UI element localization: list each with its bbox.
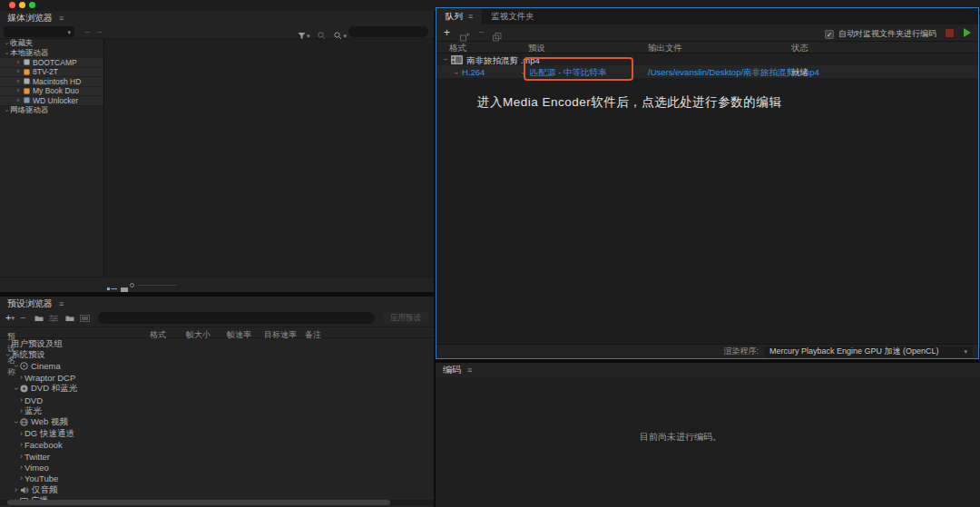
chevron-right-icon[interactable] <box>18 474 24 483</box>
preset-item[interactable]: DVD <box>0 395 434 405</box>
preset-item[interactable]: DG 快速通道 <box>0 428 434 439</box>
forward-arrow-icon[interactable]: → <box>95 26 103 35</box>
preset-item[interactable]: YouTube <box>0 473 434 484</box>
chevron-down-icon[interactable] <box>3 41 10 46</box>
encoding-content: 目前尚未进行编码。 <box>436 377 980 507</box>
chevron-down-icon[interactable] <box>3 51 10 56</box>
stop-queue-button[interactable] <box>946 29 954 37</box>
tree-item-drive[interactable]: My Book Duo <box>0 87 103 97</box>
column-frame-rate: 帧速率 <box>227 329 251 341</box>
panel-title: 编码 <box>443 364 461 376</box>
chevron-down-icon[interactable] <box>3 108 10 113</box>
preset-browser-toolbar: +▾ − 应用预设 <box>0 310 434 327</box>
tab-watch-folders[interactable]: 监视文件夹 <box>482 8 544 24</box>
zoom-slider-track[interactable] <box>138 285 177 286</box>
preset-search-input[interactable] <box>98 312 375 324</box>
preset-group-icon[interactable] <box>34 315 44 322</box>
renderer-dropdown[interactable]: Mercury Playback Engine GPU 加速 (OpenCL) … <box>764 346 973 357</box>
chevron-down-icon[interactable] <box>441 56 449 63</box>
globe-icon <box>20 418 28 426</box>
drive-icon <box>24 69 30 75</box>
start-queue-button[interactable] <box>964 28 971 37</box>
chevron-right-icon[interactable] <box>15 78 21 85</box>
tree-item-local-drives[interactable]: 本地驱动器 <box>0 49 103 59</box>
queue-toolbar: + − ✓ 自动对监视文件夹进行编码 <box>436 24 978 42</box>
chevron-down-icon[interactable] <box>12 363 20 369</box>
media-search-input[interactable] <box>348 26 428 37</box>
chevron-down-icon[interactable] <box>452 70 460 76</box>
tree-item-drive[interactable]: 8TV-2T <box>0 68 103 78</box>
preset-item[interactable]: Wraptor DCP <box>0 372 434 383</box>
minimize-window-button[interactable] <box>19 2 25 8</box>
chevron-right-icon[interactable] <box>18 396 24 405</box>
panel-menu-icon[interactable]: ≡ <box>59 299 64 308</box>
preset-item[interactable]: Facebook <box>0 440 434 451</box>
chevron-down-icon[interactable] <box>12 385 20 392</box>
chevron-down-icon[interactable] <box>12 419 20 425</box>
chevron-right-icon[interactable] <box>18 374 24 382</box>
chevron-right-icon[interactable] <box>18 430 24 438</box>
chevron-right-icon[interactable] <box>15 59 21 66</box>
preset-item[interactable]: Vimeo <box>0 462 434 473</box>
panel-menu-icon[interactable]: ≡ <box>468 12 473 21</box>
back-arrow-icon[interactable]: ← <box>83 26 92 35</box>
chevron-right-icon[interactable] <box>18 407 24 415</box>
horizontal-scrollbar[interactable] <box>0 500 434 505</box>
export-preset-icon[interactable] <box>80 315 90 322</box>
renderer-bar: 渲染程序: Mercury Playback Engine GPU 加速 (Op… <box>436 344 978 358</box>
status-badge: 就绪 <box>791 67 808 79</box>
list-view-icon[interactable] <box>107 282 117 292</box>
encoding-header: 编码 ≡ <box>436 363 980 377</box>
preset-browser-panel: 预设浏览器 ≡ +▾ − 应用预设 预设名称 ↑ 格式 帧大小 帧速率 目标速率… <box>0 297 434 507</box>
add-source-icon[interactable]: + <box>444 27 450 38</box>
auto-encode-checkbox[interactable]: ✓ <box>825 30 834 39</box>
drive-icon <box>24 78 30 84</box>
tree-item-drive[interactable]: BOOTCAMP <box>0 58 103 68</box>
drive-icon <box>24 97 30 103</box>
preset-group-cinema[interactable]: Cinema <box>0 361 434 372</box>
apply-preset-button[interactable]: 应用预设 <box>383 312 428 324</box>
tree-item-network-drives[interactable]: 网络驱动器 <box>0 106 103 116</box>
create-preset-icon[interactable]: +▾ <box>5 313 15 323</box>
preset-group-user[interactable]: 用户预设及组 <box>0 338 434 349</box>
chevron-down-icon[interactable] <box>519 70 527 76</box>
preset-link[interactable]: 匹配源 - 中等比特率 <box>530 67 606 79</box>
preset-browser-header: 预设浏览器 ≡ <box>0 297 434 310</box>
close-window-button[interactable] <box>9 2 15 8</box>
preset-item[interactable]: Twitter <box>0 451 434 462</box>
chevron-right-icon[interactable] <box>13 486 19 494</box>
thumbnail-view-icon[interactable] <box>121 282 128 292</box>
chevron-right-icon[interactable] <box>15 87 21 94</box>
chevron-right-icon[interactable] <box>18 453 24 461</box>
queue-output-row[interactable]: H.264 匹配源 - 中等比特率 /Users/evanslin/Deskto… <box>436 65 978 78</box>
panel-menu-icon[interactable]: ≡ <box>467 366 472 375</box>
panel-menu-icon[interactable]: ≡ <box>59 14 64 23</box>
preset-group-audio-only[interactable]: 仅音频 <box>0 484 434 495</box>
queue-source-row[interactable]: 南非旅拍混剪 .mp4 <box>436 54 978 65</box>
tree-item-drive[interactable]: Macintosh HD <box>0 77 103 87</box>
chevron-right-icon[interactable] <box>15 97 21 104</box>
import-preset-icon[interactable] <box>65 315 74 322</box>
media-browser-panel: 媒体浏览器 ≡ ▾ ← → ▾ ▾ 收藏夹 <box>0 11 434 292</box>
chevron-down-icon[interactable] <box>4 352 12 358</box>
tab-queue[interactable]: 队列 ≡ <box>436 8 482 24</box>
preset-group-system[interactable]: 系统预设 <box>0 349 434 360</box>
scrollbar-thumb[interactable] <box>7 500 390 505</box>
chevron-right-icon[interactable] <box>18 463 24 472</box>
remove-icon[interactable]: − <box>478 26 484 37</box>
media-source-dropdown[interactable]: ▾ <box>4 26 74 37</box>
preset-group-dvd-bluray[interactable]: DVD 和蓝光 <box>0 384 434 395</box>
preset-group-web-video[interactable]: Web 视频 <box>0 417 434 428</box>
preset-item[interactable]: 蓝光 <box>0 405 434 416</box>
panel-title: 预设浏览器 <box>7 297 53 310</box>
media-browser-header: 媒体浏览器 ≡ <box>0 11 434 24</box>
preset-settings-icon[interactable] <box>49 315 58 322</box>
chevron-right-icon[interactable] <box>18 441 24 449</box>
chevron-right-icon[interactable] <box>15 68 21 75</box>
disc-icon <box>20 385 28 393</box>
zoom-window-button[interactable] <box>29 2 35 8</box>
delete-preset-icon[interactable]: − <box>20 313 25 323</box>
media-content-area <box>104 39 434 277</box>
zoom-slider-knob[interactable] <box>130 283 134 288</box>
format-link[interactable]: H.264 <box>462 67 485 77</box>
